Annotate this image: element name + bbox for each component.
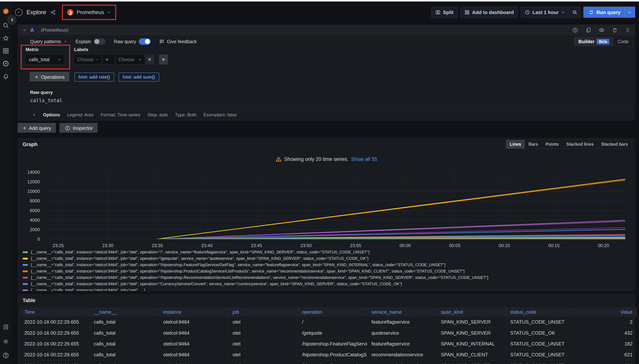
legend-label: {__name__="calls_total", instance="otelc…	[31, 282, 402, 286]
top-nav: Explore Prometheus Split	[12, 2, 639, 24]
label-key-select[interactable]: Choose	[74, 54, 102, 64]
legend-label: {__name__="calls_total", instance="otelc…	[31, 256, 368, 261]
disable-query-eye-icon[interactable]	[598, 27, 604, 33]
table-cell: SPAN_KIND_SERVER	[436, 317, 506, 328]
table-cell: STATUS_CODE_UNSET	[506, 338, 575, 349]
table-cell: otelcol:9464	[159, 360, 228, 364]
remove-label-filter-button[interactable]: ✕	[145, 54, 154, 64]
share-icon[interactable]	[50, 10, 56, 15]
query-actions: + Add query Inspector	[18, 123, 98, 133]
run-query-button[interactable]: Run query	[583, 6, 636, 18]
column-header-span-kind[interactable]: span_kind	[436, 307, 506, 317]
table-cell: 2022-10-16 00:22:29.655	[20, 328, 89, 338]
legend-label: {__name__="calls_total", instance="otelc…	[31, 288, 145, 291]
table-cell: otelcol:9464	[159, 317, 228, 328]
query-help-icon[interactable]	[572, 27, 578, 33]
legend-item[interactable]: {__name__="calls_total", instance="otelc…	[23, 274, 630, 281]
give-feedback-link[interactable]: Give feedback	[159, 39, 197, 44]
column-header-job[interactable]: job	[228, 307, 298, 317]
column-header-service-name[interactable]: service_name	[367, 307, 436, 317]
query-row-header[interactable]: A (Prometheus)	[18, 25, 635, 35]
table-cell: calls_total	[89, 328, 159, 338]
table-cell: /	[298, 317, 367, 328]
metric-select[interactable]: calls_total	[26, 54, 64, 64]
datasource-name: Prometheus	[77, 10, 104, 15]
chevron-down-icon	[58, 58, 61, 61]
legend-item[interactable]: {__name__="calls_total", instance="otelc…	[23, 287, 630, 291]
options-collapsed-row[interactable]: Options Legend: AutoFormat: Time seriesS…	[28, 110, 633, 120]
raw-query-toggle[interactable]: Raw query	[114, 38, 151, 45]
svg-text:00:15: 00:15	[548, 243, 560, 248]
sign-in-icon[interactable]	[0, 322, 12, 332]
graph-legend: {__name__="calls_total", instance="otelc…	[23, 249, 630, 291]
delete-query-trash-icon[interactable]	[612, 27, 618, 33]
operations-button[interactable]: + Operations	[30, 72, 70, 82]
datasource-picker[interactable]: Prometheus	[62, 5, 116, 20]
explore-icon[interactable]	[0, 58, 12, 69]
table-cell: otelcol:9464	[159, 349, 228, 360]
add-label-filter-button[interactable]: +	[159, 54, 168, 64]
chevron-down-icon	[561, 10, 565, 14]
label-operator-select[interactable]: =	[102, 54, 115, 64]
legend-item[interactable]: {__name__="calls_total", instance="otelc…	[23, 281, 630, 287]
time-range-picker[interactable]: Last 1 hour	[520, 6, 569, 18]
table-row: 2022-10-16 00:22:29.655calls_totalotelco…	[20, 360, 637, 364]
table-cell: 621	[575, 349, 637, 360]
add-to-dashboard-button[interactable]: Add to dashboard	[460, 6, 518, 18]
table-cell: SPAN_KIND_CLIENT	[436, 349, 506, 360]
column-header-time[interactable]: Time	[20, 307, 89, 317]
explain-switch[interactable]	[94, 38, 106, 45]
sidebar-expand-button[interactable]	[8, 15, 16, 25]
raw-query-switch[interactable]	[139, 38, 151, 45]
hint-add-sum-button[interactable]: hint: add sum()	[118, 72, 159, 82]
starred-icon[interactable]	[0, 33, 12, 44]
metric-label: Metric	[26, 47, 39, 52]
query-patterns-dropdown[interactable]: Query patterns	[30, 39, 67, 44]
column-header-operation[interactable]: operation	[298, 307, 367, 317]
svg-text:00:10: 00:10	[499, 243, 510, 248]
alerting-bell-icon[interactable]	[0, 71, 12, 82]
options-label: Options	[43, 112, 60, 118]
settings-gear-icon[interactable]	[0, 336, 12, 347]
table-panel-title: Table	[23, 298, 36, 304]
zoom-out-button[interactable]	[569, 6, 581, 18]
hint-add-rate-button[interactable]: hint: add rate()	[74, 72, 114, 82]
builder-tab[interactable]: Builder Beta	[574, 37, 613, 46]
help-icon[interactable]	[0, 350, 12, 361]
dashboards-icon[interactable]	[0, 46, 12, 56]
legend-item[interactable]: {__name__="calls_total", instance="otelc…	[23, 255, 630, 262]
label-value-select[interactable]: Choose	[115, 54, 145, 64]
explain-toggle[interactable]: Explain	[76, 38, 106, 45]
legend-item[interactable]: {__name__="calls_total", instance="otelc…	[23, 268, 630, 274]
prometheus-icon	[67, 9, 74, 16]
code-tab[interactable]: Code	[613, 37, 633, 46]
column-header-instance[interactable]: instance	[159, 307, 228, 317]
table-panel: Table Time__name__instancejoboperationse…	[18, 294, 635, 364]
legend-item[interactable]: {__name__="calls_total", instance="otelc…	[23, 262, 630, 268]
time-series-chart[interactable]: 0200040006000800010000120001400023:2523:…	[18, 138, 635, 248]
grafana-logo[interactable]	[0, 6, 12, 17]
column-header-status-code[interactable]: status_code	[506, 307, 575, 317]
column-header-value[interactable]: Value	[575, 307, 637, 317]
add-query-button[interactable]: + Add query	[18, 123, 56, 133]
duplicate-query-icon[interactable]	[586, 27, 591, 33]
table-cell: STATUS_CODE_UNSET	[506, 360, 575, 364]
collapse-chevron-icon[interactable]	[22, 28, 26, 32]
table-cell: SPAN_KIND_SERVER	[436, 328, 506, 338]
svg-text:00:05: 00:05	[449, 243, 460, 248]
option-summary-item: Exemplars: false	[204, 112, 237, 118]
builder-code-switcher: Builder Beta Code	[574, 37, 633, 46]
chevron-down-icon	[107, 10, 111, 14]
drag-handle-icon[interactable]	[625, 28, 630, 33]
legend-swatch	[23, 264, 28, 266]
query-ref-id: A	[30, 27, 34, 33]
inspector-button[interactable]: Inspector	[60, 123, 98, 133]
run-query-dropdown[interactable]	[624, 7, 634, 18]
table-cell: 621	[575, 360, 637, 364]
table-cell: recommendationservice	[367, 360, 436, 364]
table-cell: STATUS_CODE_OK	[506, 328, 575, 338]
table-cell: calls_total	[89, 360, 159, 364]
legend-item[interactable]: {__name__="calls_total", instance="otelc…	[23, 249, 630, 255]
split-button[interactable]: Split	[431, 6, 458, 18]
column-header--name-[interactable]: __name__	[89, 307, 159, 317]
